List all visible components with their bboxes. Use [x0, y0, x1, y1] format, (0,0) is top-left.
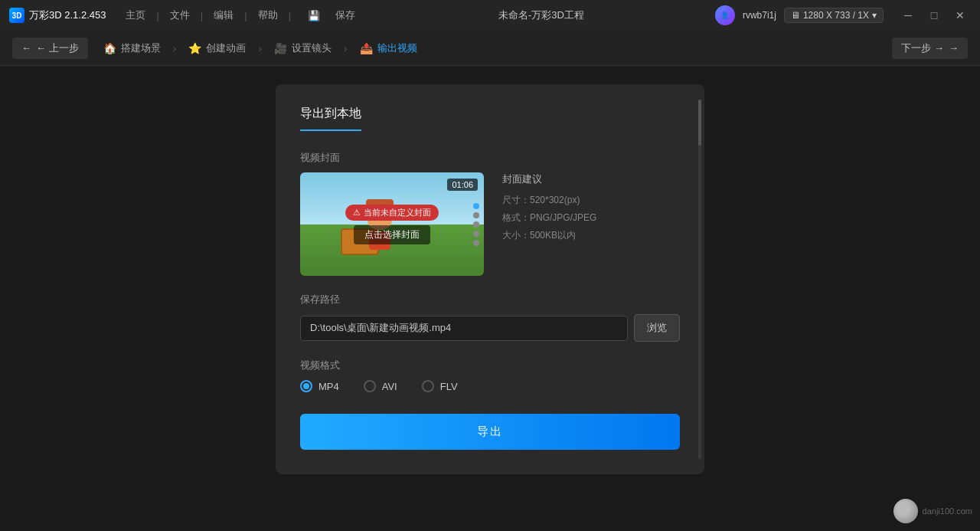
back-arrow-icon: ←	[21, 42, 31, 54]
save-icon: 💾	[302, 10, 326, 21]
browse-button[interactable]: 浏览	[634, 314, 680, 342]
monitor-icon: 🖥	[791, 10, 800, 21]
close-button[interactable]: ✕	[949, 5, 971, 26]
back-button[interactable]: ← ← 上一步	[12, 38, 88, 59]
step-sep-1: ›	[172, 42, 178, 54]
export-icon: 📤	[360, 42, 373, 54]
step2-label: 创建动画	[206, 41, 246, 55]
watermark: danji100.com	[893, 499, 972, 523]
project-name: 未命名-万彩3D工程	[498, 9, 584, 21]
titlebar-right: 👤 rvwb7i1j 🖥 1280 X 733 / 1X ▾ ─ □ ✕	[715, 5, 971, 26]
next-arrow-icon: →	[949, 42, 959, 54]
avi-label: AVI	[382, 381, 397, 392]
export-panel: 导出到本地 视频封面	[276, 84, 704, 474]
watermark-text: danji100.com	[923, 506, 972, 516]
titlebar: 3D 万彩3D 2.1.2.453 主页 | 文件 | 编辑 | 帮助 | 💾 …	[0, 0, 980, 31]
menu-edit[interactable]: 编辑	[207, 8, 240, 22]
scene-icon: 🏠	[103, 42, 116, 54]
radio-flv-circle	[422, 380, 434, 392]
avatar[interactable]: 👤	[715, 5, 735, 25]
cover-thumbnail[interactable]: 01:06 ⚠ 当前未自定义封面 点击选择封面	[300, 172, 484, 276]
tip-format-text: 格式：PNG/JPG/JPEG	[502, 212, 596, 223]
path-input[interactable]	[300, 316, 628, 341]
cover-tips-title: 封面建议	[502, 172, 680, 186]
step-build-scene[interactable]: 🏠 搭建场景	[93, 37, 172, 60]
panel-scrollbar[interactable]	[698, 100, 701, 459]
flv-label: FLV	[440, 381, 458, 392]
panel-title: 导出到本地	[300, 106, 361, 131]
sep1: |	[155, 10, 160, 21]
menu-save[interactable]: 💾 保存	[296, 8, 368, 22]
menu-home[interactable]: 主页	[119, 8, 152, 22]
panel-scrollbar-thumb	[698, 100, 701, 146]
animation-icon: ⭐	[188, 42, 201, 54]
sep4: |	[287, 10, 292, 21]
main-content: 导出到本地 视频封面	[0, 66, 980, 531]
cover-overlay: ⚠ 当前未自定义封面 点击选择封面	[300, 172, 484, 276]
step-camera[interactable]: 🎥 设置镜头	[263, 37, 342, 60]
step-sep-3: ›	[342, 42, 349, 54]
resolution-label: 1280 X 733 / 1X	[803, 10, 869, 21]
maximize-button[interactable]: □	[923, 5, 945, 26]
select-cover-button[interactable]: 点击选择封面	[354, 225, 430, 244]
format-section-label: 视频格式	[300, 359, 680, 372]
stepbar: ← ← 上一步 🏠 搭建场景 › ⭐ 创建动画 › 🎥 设置镜头 › 📤 输出视…	[0, 31, 980, 66]
warning-icon: ⚠	[353, 208, 361, 218]
chevron-down-icon: ▾	[872, 10, 877, 21]
format-flv[interactable]: FLV	[422, 380, 458, 392]
radio-avi-circle	[364, 380, 376, 392]
window-controls: ─ □ ✕	[897, 5, 971, 26]
step-create-animation[interactable]: ⭐ 创建动画	[178, 37, 256, 60]
format-avi[interactable]: AVI	[364, 380, 397, 392]
cover-tips: 封面建议 尺寸：520*302(px) 格式：PNG/JPG/JPEG 大小：5…	[502, 172, 680, 247]
menu-file[interactable]: 文件	[164, 8, 196, 22]
project-title: 未命名-万彩3D工程	[368, 8, 715, 22]
app-logo[interactable]: 3D 万彩3D 2.1.2.453	[9, 8, 106, 23]
logo-icon: 3D	[9, 8, 24, 23]
radio-mp4-circle	[300, 380, 312, 392]
next-button[interactable]: 下一步 → →	[892, 38, 968, 59]
tip-size: 尺寸：520*302(px)	[502, 194, 680, 207]
step3-label: 设置镜头	[292, 41, 332, 55]
step-export-video[interactable]: 📤 输出视频	[349, 37, 428, 60]
tip-filesize: 大小：500KB以内	[502, 229, 680, 242]
save-label: 保存	[329, 8, 361, 22]
step4-label: 输出视频	[377, 41, 417, 55]
back-label: ← 上一步	[36, 41, 79, 55]
resolution-badge[interactable]: 🖥 1280 X 733 / 1X ▾	[784, 8, 884, 23]
app-title: 万彩3D 2.1.2.453	[29, 8, 106, 22]
save-path-label: 保存路径	[300, 293, 680, 306]
mp4-label: MP4	[318, 381, 339, 392]
format-row: MP4 AVI FLV	[300, 380, 680, 392]
watermark-logo-icon	[893, 499, 918, 523]
warning-text: 当前未自定义封面	[364, 207, 431, 218]
save-path-row: 浏览	[300, 314, 680, 342]
no-cover-warning: ⚠ 当前未自定义封面	[345, 205, 439, 221]
cover-area: 01:06 ⚠ 当前未自定义封面 点击选择封面 封面建议 尺寸：520*302(…	[300, 172, 680, 276]
cover-section-label: 视频封面	[300, 151, 680, 165]
export-button[interactable]: 导出	[300, 414, 680, 450]
tip-size-text: 尺寸：520*302(px)	[502, 195, 580, 205]
radio-mp4-inner	[303, 383, 309, 389]
step-sep-2: ›	[256, 42, 263, 54]
tip-filesize-text: 大小：500KB以内	[502, 230, 576, 241]
sep3: |	[243, 10, 248, 21]
format-mp4[interactable]: MP4	[300, 380, 339, 392]
menu-help[interactable]: 帮助	[252, 8, 284, 22]
minimize-button[interactable]: ─	[897, 5, 919, 26]
sep2: |	[199, 10, 204, 21]
step1-label: 搭建场景	[121, 41, 161, 55]
menu-nav: 主页 | 文件 | 编辑 | 帮助 | 💾 保存	[119, 8, 368, 22]
tip-format: 格式：PNG/JPG/JPEG	[502, 211, 680, 225]
next-label: 下一步 →	[901, 41, 944, 55]
camera-icon: 🎥	[274, 42, 287, 54]
user-name: rvwb7i1j	[743, 10, 776, 21]
